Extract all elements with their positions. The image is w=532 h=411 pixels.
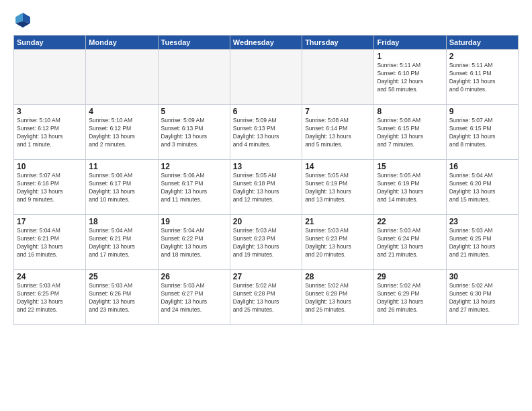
calendar-cell: 18Sunrise: 5:04 AM Sunset: 6:21 PM Dayli…	[86, 215, 158, 270]
calendar-cell: 4Sunrise: 5:10 AM Sunset: 6:12 PM Daylig…	[86, 105, 158, 160]
day-number: 11	[89, 162, 154, 171]
weekday-header-thursday: Thursday	[302, 36, 374, 50]
weekday-header-wednesday: Wednesday	[230, 36, 302, 50]
weekday-header-monday: Monday	[86, 36, 158, 50]
day-number: 15	[377, 162, 443, 171]
day-number: 10	[17, 162, 83, 171]
day-number: 9	[449, 107, 515, 116]
week-row-3: 17Sunrise: 5:04 AM Sunset: 6:21 PM Dayli…	[14, 215, 519, 270]
calendar-cell: 19Sunrise: 5:04 AM Sunset: 6:22 PM Dayli…	[158, 215, 230, 270]
day-number: 14	[305, 162, 371, 171]
day-number: 23	[449, 217, 515, 226]
calendar-cell: 27Sunrise: 5:02 AM Sunset: 6:28 PM Dayli…	[230, 270, 302, 325]
calendar-cell	[230, 50, 302, 105]
day-number: 26	[161, 272, 227, 281]
day-info: Sunrise: 5:03 AM Sunset: 6:27 PM Dayligh…	[161, 282, 227, 314]
day-info: Sunrise: 5:08 AM Sunset: 6:14 PM Dayligh…	[305, 117, 371, 149]
day-number: 28	[305, 272, 371, 281]
day-info: Sunrise: 5:03 AM Sunset: 6:24 PM Dayligh…	[377, 227, 443, 259]
day-number: 13	[233, 162, 299, 171]
calendar-cell: 7Sunrise: 5:08 AM Sunset: 6:14 PM Daylig…	[302, 105, 374, 160]
calendar-cell: 20Sunrise: 5:03 AM Sunset: 6:23 PM Dayli…	[230, 215, 302, 270]
day-number: 12	[161, 162, 227, 171]
calendar-cell: 28Sunrise: 5:02 AM Sunset: 6:28 PM Dayli…	[302, 270, 374, 325]
calendar-cell	[14, 50, 86, 105]
day-number: 8	[377, 107, 443, 116]
day-number: 27	[233, 272, 299, 281]
day-info: Sunrise: 5:02 AM Sunset: 6:30 PM Dayligh…	[449, 282, 515, 314]
calendar-cell: 25Sunrise: 5:03 AM Sunset: 6:26 PM Dayli…	[86, 270, 158, 325]
calendar-cell: 23Sunrise: 5:03 AM Sunset: 6:25 PM Dayli…	[446, 215, 518, 270]
weekday-header-tuesday: Tuesday	[158, 36, 230, 50]
day-info: Sunrise: 5:05 AM Sunset: 6:18 PM Dayligh…	[233, 172, 299, 204]
header	[13, 11, 519, 30]
day-number: 21	[305, 217, 371, 226]
day-info: Sunrise: 5:02 AM Sunset: 6:29 PM Dayligh…	[377, 282, 443, 314]
day-info: Sunrise: 5:10 AM Sunset: 6:12 PM Dayligh…	[89, 117, 154, 149]
day-info: Sunrise: 5:06 AM Sunset: 6:17 PM Dayligh…	[161, 172, 227, 204]
calendar-cell: 14Sunrise: 5:05 AM Sunset: 6:19 PM Dayli…	[302, 160, 374, 215]
calendar-cell: 11Sunrise: 5:06 AM Sunset: 6:17 PM Dayli…	[86, 160, 158, 215]
day-info: Sunrise: 5:10 AM Sunset: 6:12 PM Dayligh…	[17, 117, 83, 149]
week-row-2: 10Sunrise: 5:07 AM Sunset: 6:16 PM Dayli…	[14, 160, 519, 215]
calendar-cell: 3Sunrise: 5:10 AM Sunset: 6:12 PM Daylig…	[14, 105, 86, 160]
day-info: Sunrise: 5:11 AM Sunset: 6:11 PM Dayligh…	[449, 62, 515, 94]
calendar-cell: 10Sunrise: 5:07 AM Sunset: 6:16 PM Dayli…	[14, 160, 86, 215]
day-info: Sunrise: 5:05 AM Sunset: 6:19 PM Dayligh…	[305, 172, 371, 204]
day-info: Sunrise: 5:07 AM Sunset: 6:15 PM Dayligh…	[449, 117, 515, 149]
day-info: Sunrise: 5:04 AM Sunset: 6:22 PM Dayligh…	[161, 227, 227, 259]
day-number: 18	[89, 217, 154, 226]
day-info: Sunrise: 5:09 AM Sunset: 6:13 PM Dayligh…	[233, 117, 299, 149]
weekday-header-friday: Friday	[374, 36, 446, 50]
calendar-cell: 8Sunrise: 5:08 AM Sunset: 6:15 PM Daylig…	[374, 105, 446, 160]
calendar-cell: 6Sunrise: 5:09 AM Sunset: 6:13 PM Daylig…	[230, 105, 302, 160]
calendar-cell: 2Sunrise: 5:11 AM Sunset: 6:11 PM Daylig…	[446, 50, 518, 105]
day-info: Sunrise: 5:03 AM Sunset: 6:25 PM Dayligh…	[449, 227, 515, 259]
day-info: Sunrise: 5:03 AM Sunset: 6:23 PM Dayligh…	[305, 227, 371, 259]
calendar-cell: 22Sunrise: 5:03 AM Sunset: 6:24 PM Dayli…	[374, 215, 446, 270]
day-number: 22	[377, 217, 443, 226]
week-row-0: 1Sunrise: 5:11 AM Sunset: 6:10 PM Daylig…	[14, 50, 519, 105]
week-row-1: 3Sunrise: 5:10 AM Sunset: 6:12 PM Daylig…	[14, 105, 519, 160]
day-info: Sunrise: 5:03 AM Sunset: 6:25 PM Dayligh…	[17, 282, 83, 314]
calendar-cell: 5Sunrise: 5:09 AM Sunset: 6:13 PM Daylig…	[158, 105, 230, 160]
calendar-cell: 16Sunrise: 5:04 AM Sunset: 6:20 PM Dayli…	[446, 160, 518, 215]
day-number: 4	[89, 107, 154, 116]
day-info: Sunrise: 5:11 AM Sunset: 6:10 PM Dayligh…	[377, 62, 443, 94]
calendar-cell	[86, 50, 158, 105]
logo-icon	[13, 11, 32, 30]
day-info: Sunrise: 5:05 AM Sunset: 6:19 PM Dayligh…	[377, 172, 443, 204]
week-row-4: 24Sunrise: 5:03 AM Sunset: 6:25 PM Dayli…	[14, 270, 519, 325]
day-number: 17	[17, 217, 83, 226]
calendar-cell: 9Sunrise: 5:07 AM Sunset: 6:15 PM Daylig…	[446, 105, 518, 160]
day-number: 6	[233, 107, 299, 116]
calendar-cell: 12Sunrise: 5:06 AM Sunset: 6:17 PM Dayli…	[158, 160, 230, 215]
day-number: 24	[17, 272, 83, 281]
logo	[13, 11, 35, 30]
day-number: 29	[377, 272, 443, 281]
day-info: Sunrise: 5:06 AM Sunset: 6:17 PM Dayligh…	[89, 172, 154, 204]
calendar-cell: 17Sunrise: 5:04 AM Sunset: 6:21 PM Dayli…	[14, 215, 86, 270]
calendar-cell	[302, 50, 374, 105]
page: SundayMondayTuesdayWednesdayThursdayFrid…	[0, 0, 532, 411]
day-info: Sunrise: 5:08 AM Sunset: 6:15 PM Dayligh…	[377, 117, 443, 149]
weekday-header-sunday: Sunday	[14, 36, 86, 50]
calendar-cell: 30Sunrise: 5:02 AM Sunset: 6:30 PM Dayli…	[446, 270, 518, 325]
day-info: Sunrise: 5:02 AM Sunset: 6:28 PM Dayligh…	[305, 282, 371, 314]
day-info: Sunrise: 5:03 AM Sunset: 6:23 PM Dayligh…	[233, 227, 299, 259]
day-number: 19	[161, 217, 227, 226]
day-number: 1	[377, 52, 443, 61]
day-number: 30	[449, 272, 515, 281]
calendar-cell: 1Sunrise: 5:11 AM Sunset: 6:10 PM Daylig…	[374, 50, 446, 105]
calendar-cell: 29Sunrise: 5:02 AM Sunset: 6:29 PM Dayli…	[374, 270, 446, 325]
day-info: Sunrise: 5:04 AM Sunset: 6:21 PM Dayligh…	[17, 227, 83, 259]
day-info: Sunrise: 5:03 AM Sunset: 6:26 PM Dayligh…	[89, 282, 154, 314]
calendar-cell: 15Sunrise: 5:05 AM Sunset: 6:19 PM Dayli…	[374, 160, 446, 215]
day-number: 5	[161, 107, 227, 116]
day-number: 16	[449, 162, 515, 171]
calendar-cell: 26Sunrise: 5:03 AM Sunset: 6:27 PM Dayli…	[158, 270, 230, 325]
day-info: Sunrise: 5:07 AM Sunset: 6:16 PM Dayligh…	[17, 172, 83, 204]
calendar-table: SundayMondayTuesdayWednesdayThursdayFrid…	[13, 35, 519, 325]
calendar-cell: 13Sunrise: 5:05 AM Sunset: 6:18 PM Dayli…	[230, 160, 302, 215]
day-number: 2	[449, 52, 515, 61]
